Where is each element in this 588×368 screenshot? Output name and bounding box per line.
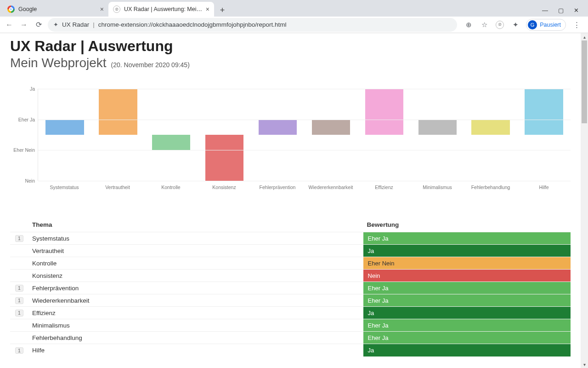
row-badge-cell [10,257,28,270]
count-badge: 1 [15,235,23,242]
row-rating: Eher Ja [363,282,571,294]
browser-tab-uxradar[interactable]: ⦿ UX Radar | Auswertung: Mein We × [108,2,214,17]
x-tick-label: Vertrautheit [91,184,144,190]
minimize-button[interactable]: — [542,7,548,14]
gridline [38,181,571,181]
chart-bar[interactable] [152,135,190,150]
close-window-button[interactable]: ✕ [574,7,579,14]
table-row: KontrolleEher Nein [10,257,571,270]
zoom-icon[interactable]: ⊕ [464,20,474,30]
x-tick-label: Kontrolle [144,184,198,190]
maximize-button[interactable]: ▢ [558,7,564,14]
bar-slot [464,89,517,181]
row-thema: Systemstatus [28,232,363,245]
chart-bar[interactable] [312,120,350,135]
scroll-down-icon[interactable]: ▾ [581,361,588,368]
table-header-num [10,218,28,232]
row-rating: Eher Ja [363,332,571,344]
row-badge-cell: 1 [10,307,28,319]
extension-uxradar-icon[interactable]: ⦿ [495,20,505,30]
row-badge-cell: 1 [10,232,28,245]
reload-button[interactable]: ⟳ [33,19,44,30]
scroll-up-icon[interactable]: ▴ [581,33,588,40]
scrollbar-thumb[interactable] [582,40,587,123]
chart-bar[interactable] [45,120,84,135]
tab-title: Google [18,6,97,12]
chart-bar[interactable] [205,135,243,181]
count-badge: 1 [15,310,23,316]
browser-tab-google[interactable]: Google × [3,2,108,17]
bar-slot [91,89,145,181]
row-thema: Wiedererkennbarkeit [28,294,363,307]
row-thema: Vertrautheit [28,245,363,257]
row-thema: Fehlerbehandlung [28,332,363,344]
row-thema: Hilfe [28,344,363,356]
count-badge: 1 [15,347,23,354]
x-tick-label: Minimalismus [411,184,464,190]
row-rating: Ja [363,245,571,257]
row-badge-cell [10,319,28,332]
ratings-table: Thema Bewertung 1SystemstatusEher JaVert… [10,218,571,356]
chart-bar[interactable] [418,120,457,135]
gridline [38,89,571,89]
row-badge-cell [10,270,28,282]
extensions-icon[interactable]: ✦ [510,20,520,30]
forward-button[interactable]: → [18,19,29,30]
google-favicon-icon [7,6,15,13]
extension-icon: ✦ [53,21,58,28]
row-rating: Eher Ja [363,319,571,332]
table-row: VertrautheitJa [10,245,571,257]
row-thema: Konsistenz [28,270,363,282]
count-badge: 1 [15,285,23,292]
chart-bar[interactable] [259,120,297,135]
row-thema: Fehlerprävention [28,282,363,294]
address-bar[interactable]: ✦ UX Radar | chrome-extension://okckhaaa… [48,18,457,32]
table-header-thema: Thema [28,218,363,232]
project-name: Mein Webprojekt [10,56,107,70]
uxradar-favicon-icon: ⦿ [113,6,120,13]
row-rating: Ja [363,344,571,356]
bar-slot [38,89,91,181]
row-rating: Eher Nein [363,257,571,270]
table-row: KonsistenzNein [10,270,571,282]
chart-bar[interactable] [99,89,137,135]
close-tab-icon[interactable]: × [206,6,209,13]
table-row: 1HilfeJa [10,344,571,356]
x-tick-label: Wiedererkennbarkeit [304,184,357,190]
vertical-scrollbar[interactable]: ▴ ▾ [581,33,588,368]
row-rating: Nein [363,270,571,282]
menu-icon[interactable]: ⋮ [571,20,582,30]
chart-bar[interactable] [471,120,509,135]
bookmark-icon[interactable]: ☆ [479,20,489,30]
ratings-chart: JaEher JaEher NeinNein SystemstatusVertr… [10,89,571,190]
bar-slot [198,89,251,181]
table-row: MinimalismusEher Ja [10,319,571,332]
y-tick-label: Nein [10,178,35,184]
profile-avatar-icon: G [528,20,537,29]
y-tick-label: Eher Nein [10,147,35,153]
close-tab-icon[interactable]: × [100,6,104,13]
gridline [38,120,571,120]
x-tick-label: Fehlerprävention [251,184,304,190]
report-timestamp: (20. November 2020 09:45) [111,61,190,69]
row-badge-cell: 1 [10,294,28,307]
extension-name: UX Radar [62,21,89,28]
row-thema: Effizienz [28,307,363,319]
x-tick-label: Effizienz [357,184,411,190]
table-row: 1WiedererkennbarkeitEher Ja [10,294,571,307]
table-row: 1FehlerpräventionEher Ja [10,282,571,294]
profile-chip[interactable]: G Pausiert [526,19,566,31]
new-tab-button[interactable]: + [216,4,229,17]
gridline [38,150,571,150]
table-row: 1EffizienzJa [10,307,571,319]
bar-slot [305,89,358,181]
count-badge: 1 [15,297,23,304]
row-thema: Kontrolle [28,257,363,270]
chart-bar[interactable] [365,89,403,135]
row-rating: Eher Ja [363,232,571,245]
x-tick-label: Fehlerbehandlung [464,184,517,190]
table-header-bewertung: Bewertung [363,218,571,232]
chart-bar[interactable] [525,89,563,135]
back-button[interactable]: ← [4,19,15,30]
profile-label: Pausiert [540,22,561,28]
